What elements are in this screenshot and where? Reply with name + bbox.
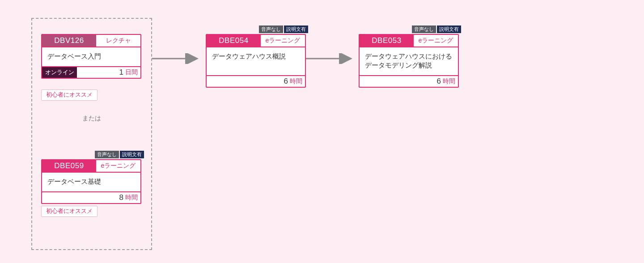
tag-audio: 音声なし xyxy=(95,151,119,158)
course-code: DBE053 xyxy=(360,35,414,47)
course-code: DBV126 xyxy=(42,35,96,47)
tag-desc: 説明文有 xyxy=(437,25,461,33)
tag-audio: 音声なし xyxy=(412,25,436,33)
course-code: DBE059 xyxy=(42,160,96,172)
or-text: または xyxy=(82,115,101,123)
diagram-canvas: DBV126 レクチャ データベース入門 オンライン 1 日間 初心者にオススメ… xyxy=(0,0,644,263)
arrow-icon xyxy=(152,53,201,64)
tag-audio: 音声なし xyxy=(259,25,283,33)
course-type: eラーニング xyxy=(96,160,140,172)
course-title: データウェアハウス概説 xyxy=(207,47,305,75)
card-header: DBE053 eラーニング xyxy=(360,35,458,47)
course-card-dbe059[interactable]: DBE059 eラーニング データベース基礎 8 時間 xyxy=(41,159,141,204)
course-card-dbv126[interactable]: DBV126 レクチャ データベース入門 オンライン 1 日間 xyxy=(41,34,141,79)
recommend-badge: 初心者にオススメ xyxy=(41,206,97,217)
duration-unit: 時間 xyxy=(442,76,458,87)
card-footer: 6 時間 xyxy=(360,75,458,87)
card-footer: 8 時間 xyxy=(42,191,140,203)
duration-unit: 時間 xyxy=(289,76,305,87)
card-footer: 6 時間 xyxy=(207,75,305,87)
duration-number: 6 xyxy=(437,76,442,87)
card-header: DBV126 レクチャ xyxy=(42,35,140,47)
card-footer: オンライン 1 日間 xyxy=(42,66,140,78)
duration-number: 8 xyxy=(119,192,124,203)
card-header: DBE059 eラーニング xyxy=(42,160,140,173)
recommend-badge: 初心者にオススメ xyxy=(41,89,97,101)
course-type: eラーニング xyxy=(414,35,458,47)
course-code: DBE054 xyxy=(207,35,261,47)
course-title: データウェアハウスにおけるデータモデリング解説 xyxy=(360,47,458,75)
course-type: eラーニング xyxy=(261,35,305,47)
course-card-dbe054[interactable]: DBE054 eラーニング データウェアハウス概説 6 時間 xyxy=(206,34,306,88)
course-title: データベース基礎 xyxy=(42,173,140,191)
card-header: DBE054 eラーニング xyxy=(207,35,305,47)
course-card-dbe053[interactable]: DBE053 eラーニング データウェアハウスにおけるデータモデリング解説 6 … xyxy=(359,34,459,88)
card-tags: 音声なし 説明文有 xyxy=(95,151,144,158)
arrow-icon xyxy=(306,53,355,64)
course-title: データベース入門 xyxy=(42,47,140,66)
duration-unit: 日間 xyxy=(124,67,140,78)
tag-desc: 説明文有 xyxy=(120,151,144,158)
duration-number: 1 xyxy=(119,67,124,78)
delivery-badge: オンライン xyxy=(42,67,77,78)
duration-unit: 時間 xyxy=(124,192,140,203)
course-type: レクチャ xyxy=(96,35,140,47)
card-tags: 音声なし 説明文有 xyxy=(412,25,461,33)
card-tags: 音声なし 説明文有 xyxy=(259,25,308,33)
tag-desc: 説明文有 xyxy=(284,25,308,33)
duration-number: 6 xyxy=(284,76,289,87)
